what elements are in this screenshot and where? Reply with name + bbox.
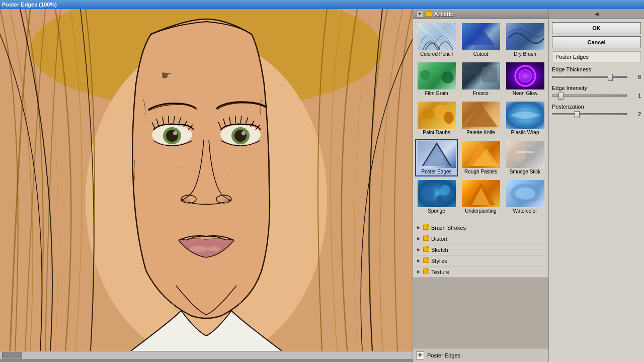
svg-point-10 bbox=[242, 131, 246, 135]
category-label-distort: Distort bbox=[431, 236, 447, 242]
filter-label-colored-pencil: Colored Pencil bbox=[420, 51, 453, 57]
svg-marker-36 bbox=[464, 104, 498, 127]
category-list: ▶ Brush Strokes ▶ Distort ▶ Sketch ▶ bbox=[413, 222, 548, 278]
filter-thumb-cutout bbox=[462, 23, 500, 50]
filter-label-palette-knife: Palette Knife bbox=[466, 130, 495, 135]
filter-thumb-plastic-wrap bbox=[506, 102, 544, 129]
folder-distort-icon bbox=[423, 236, 429, 241]
settings-panel: ◀ OK Cancel Poster Edges Edge Thickness bbox=[548, 9, 644, 362]
posterization-slider-container: 2 bbox=[552, 111, 641, 117]
filter-panel-header: ▼ Artistic bbox=[413, 9, 548, 19]
folder-brush-strokes-icon bbox=[423, 225, 429, 230]
category-label-sketch: Sketch bbox=[431, 247, 448, 253]
svg-point-13 bbox=[185, 199, 190, 203]
svg-point-35 bbox=[444, 112, 454, 124]
settings-collapse-bar[interactable]: ◀ bbox=[549, 9, 644, 19]
filter-thumb-neon-glow bbox=[506, 62, 544, 89]
filter-thumb-film-grain bbox=[418, 62, 456, 89]
posterization-thumb[interactable] bbox=[575, 111, 580, 118]
folder-stylize-icon bbox=[423, 258, 429, 263]
filter-thumb-watercolor bbox=[506, 180, 544, 207]
svg-point-14 bbox=[223, 199, 228, 203]
filter-label-cutout: Cutout bbox=[473, 51, 488, 57]
ok-button[interactable]: OK bbox=[552, 22, 641, 34]
folder-texture-icon bbox=[423, 269, 429, 274]
edge-thickness-thumb[interactable] bbox=[608, 74, 613, 81]
filter-film-grain[interactable]: Film Grain bbox=[415, 60, 458, 98]
svg-text:☛: ☛ bbox=[161, 68, 172, 82]
category-sketch[interactable]: ▶ Sketch bbox=[413, 244, 548, 255]
filter-colored-pencil[interactable]: Colored Pencil bbox=[415, 21, 458, 59]
filter-fresco[interactable]: Fresco bbox=[459, 60, 502, 98]
cancel-button[interactable]: Cancel bbox=[552, 36, 641, 48]
filter-label-fresco: Fresco bbox=[473, 90, 489, 96]
edge-intensity-thumb[interactable] bbox=[558, 93, 564, 100]
arrow-sketch: ▶ bbox=[416, 247, 421, 252]
filter-rough-pastels[interactable]: Rough Pastels bbox=[459, 139, 502, 176]
svg-point-16 bbox=[208, 246, 220, 251]
svg-point-18 bbox=[171, 172, 172, 173]
settings-params: Edge Thickness 8 Edge Intensity bbox=[549, 66, 644, 122]
edge-intensity-row: Edge Intensity 1 bbox=[552, 85, 641, 99]
action-buttons: OK Cancel bbox=[549, 19, 644, 51]
svg-point-15 bbox=[190, 246, 208, 252]
edge-thickness-slider[interactable] bbox=[552, 76, 627, 78]
category-texture[interactable]: ▶ Texture bbox=[413, 266, 548, 278]
filter-panel: ▼ Artistic Colored Pencil bbox=[413, 9, 548, 362]
filter-label-neon-glow: Neon Glow bbox=[513, 90, 537, 96]
canvas-svg: ☛ bbox=[0, 9, 413, 351]
filter-dry-brush[interactable]: Dry Brush bbox=[504, 21, 546, 59]
filter-label-underpainting: Underpainting bbox=[465, 208, 496, 214]
posterization-value: 2 bbox=[629, 111, 641, 117]
filter-label-watercolor: Watercolor bbox=[513, 208, 537, 214]
filter-label-dry-brush: Dry Brush bbox=[514, 51, 536, 57]
category-label-texture: Texture bbox=[431, 269, 449, 275]
filter-underpainting[interactable]: Underpainting bbox=[459, 178, 502, 216]
collapse-artistic-button[interactable]: ▼ bbox=[416, 11, 423, 18]
preview-eye-icon[interactable]: 👁 bbox=[416, 351, 424, 359]
svg-point-9 bbox=[234, 130, 247, 142]
folder-sketch-icon bbox=[423, 247, 429, 252]
filter-thumb-underpainting bbox=[462, 180, 500, 207]
edge-intensity-label: Edge Intensity bbox=[552, 85, 641, 91]
settings-empty bbox=[549, 122, 644, 362]
settings-title: Poster Edges bbox=[552, 51, 641, 62]
filter-cutout[interactable]: Cutout bbox=[459, 21, 502, 59]
filter-plastic-wrap[interactable]: Plastic Wrap bbox=[504, 100, 546, 137]
svg-point-6 bbox=[173, 131, 177, 135]
svg-point-41 bbox=[511, 147, 526, 162]
edge-intensity-slider[interactable] bbox=[552, 95, 627, 97]
svg-point-20 bbox=[231, 169, 232, 171]
edge-intensity-slider-container: 1 bbox=[552, 93, 641, 99]
filter-thumb-smudge-stick bbox=[506, 141, 544, 168]
edge-thickness-slider-container: 8 bbox=[552, 74, 641, 80]
filter-paint-daubs[interactable]: Paint Daubs bbox=[415, 100, 458, 137]
category-distort[interactable]: ▶ Distort bbox=[413, 233, 548, 244]
collapse-settings-icon: ◀ bbox=[595, 11, 599, 17]
arrow-distort: ▶ bbox=[416, 236, 421, 241]
filter-label-plastic-wrap: Plastic Wrap bbox=[511, 130, 539, 135]
filter-palette-knife[interactable]: Palette Knife bbox=[459, 100, 502, 137]
filter-thumb-fresco bbox=[462, 62, 500, 89]
filter-thumb-rough-pastels bbox=[462, 141, 500, 168]
edge-thickness-row: Edge Thickness 8 bbox=[552, 66, 641, 80]
filter-thumb-palette-knife bbox=[462, 102, 500, 129]
arrow-texture: ▶ bbox=[416, 269, 421, 275]
posterization-slider[interactable] bbox=[552, 113, 627, 115]
filter-neon-glow[interactable]: Neon Glow bbox=[504, 60, 546, 98]
category-stylize[interactable]: ▶ Stylize bbox=[413, 255, 548, 266]
svg-point-44 bbox=[421, 187, 435, 201]
filter-label-poster-edges: Poster Edges bbox=[421, 169, 451, 174]
h-scrollbar[interactable] bbox=[0, 351, 413, 359]
category-label-stylize: Stylize bbox=[431, 258, 447, 264]
filter-grid: Colored Pencil Cutout Dry Brush bbox=[413, 19, 548, 218]
filter-sponge[interactable]: Sponge bbox=[415, 178, 458, 216]
edge-thickness-label: Edge Thickness bbox=[552, 66, 641, 72]
filter-poster-edges[interactable]: Poster Edges bbox=[415, 139, 458, 176]
edge-thickness-value: 8 bbox=[629, 74, 641, 80]
category-brush-strokes[interactable]: ▶ Brush Strokes bbox=[413, 222, 548, 233]
filter-smudge-stick[interactable]: Smudge Stick bbox=[504, 139, 546, 176]
svg-point-32 bbox=[519, 70, 531, 82]
arrow-stylize: ▶ bbox=[416, 258, 421, 263]
filter-watercolor[interactable]: Watercolor bbox=[504, 178, 546, 216]
